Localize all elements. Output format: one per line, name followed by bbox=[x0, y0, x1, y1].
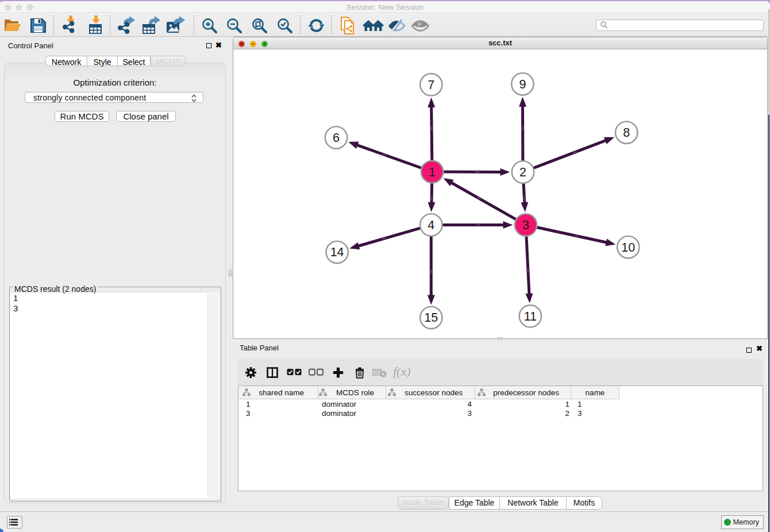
svg-text:6: 6 bbox=[333, 131, 340, 145]
svg-text:10: 10 bbox=[621, 241, 635, 255]
svg-text:1: 1 bbox=[429, 165, 436, 179]
svg-text:11: 11 bbox=[524, 310, 537, 323]
svg-text:14: 14 bbox=[330, 245, 344, 259]
svg-text:7: 7 bbox=[428, 78, 434, 92]
svg-text:9: 9 bbox=[519, 78, 526, 91]
svg-text:3: 3 bbox=[522, 218, 529, 232]
svg-text:15: 15 bbox=[424, 311, 438, 325]
svg-text:8: 8 bbox=[623, 126, 630, 140]
svg-text:4: 4 bbox=[428, 218, 434, 232]
svg-text:2: 2 bbox=[519, 165, 526, 179]
